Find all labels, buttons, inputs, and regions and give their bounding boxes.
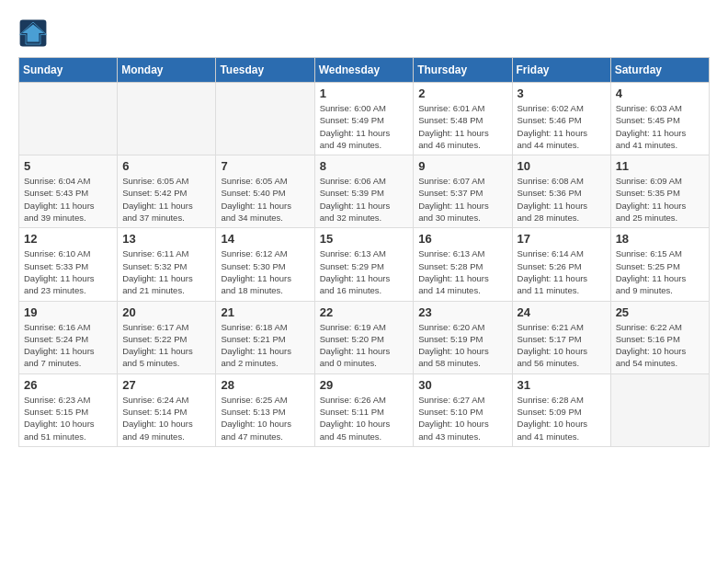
calendar-cell: 19Sunrise: 6:16 AM Sunset: 5:24 PM Dayli… bbox=[19, 301, 118, 373]
calendar-cell: 21Sunrise: 6:18 AM Sunset: 5:21 PM Dayli… bbox=[216, 301, 314, 373]
day-info: Sunrise: 6:05 AM Sunset: 5:40 PM Dayligh… bbox=[221, 175, 309, 224]
day-number: 14 bbox=[221, 232, 309, 246]
day-info: Sunrise: 6:20 AM Sunset: 5:19 PM Dayligh… bbox=[418, 321, 506, 370]
calendar-cell: 12Sunrise: 6:10 AM Sunset: 5:33 PM Dayli… bbox=[19, 228, 118, 301]
day-number: 18 bbox=[616, 232, 704, 246]
calendar-week-row: 26Sunrise: 6:23 AM Sunset: 5:15 PM Dayli… bbox=[19, 373, 710, 446]
day-number: 22 bbox=[320, 305, 409, 319]
day-number: 9 bbox=[418, 159, 506, 173]
day-info: Sunrise: 6:25 AM Sunset: 5:13 PM Dayligh… bbox=[221, 394, 309, 442]
calendar-week-row: 12Sunrise: 6:10 AM Sunset: 5:33 PM Dayli… bbox=[19, 228, 710, 301]
calendar-cell: 11Sunrise: 6:09 AM Sunset: 5:35 PM Dayli… bbox=[610, 155, 709, 228]
day-info: Sunrise: 6:08 AM Sunset: 5:36 PM Dayligh… bbox=[518, 175, 606, 224]
day-number: 1 bbox=[320, 86, 409, 100]
calendar-cell: 27Sunrise: 6:24 AM Sunset: 5:14 PM Dayli… bbox=[118, 373, 216, 446]
day-info: Sunrise: 6:23 AM Sunset: 5:15 PM Dayligh… bbox=[24, 394, 112, 442]
calendar-cell bbox=[118, 83, 216, 155]
day-info: Sunrise: 6:21 AM Sunset: 5:17 PM Dayligh… bbox=[518, 321, 606, 370]
day-info: Sunrise: 6:10 AM Sunset: 5:33 PM Dayligh… bbox=[24, 247, 112, 296]
day-number: 4 bbox=[616, 86, 704, 100]
calendar-cell: 10Sunrise: 6:08 AM Sunset: 5:36 PM Dayli… bbox=[512, 155, 610, 228]
day-number: 23 bbox=[418, 305, 506, 319]
calendar-cell: 2Sunrise: 6:01 AM Sunset: 5:48 PM Daylig… bbox=[414, 83, 512, 155]
calendar-cell: 1Sunrise: 6:00 AM Sunset: 5:49 PM Daylig… bbox=[314, 83, 414, 155]
day-number: 11 bbox=[616, 159, 704, 173]
day-number: 25 bbox=[616, 305, 704, 319]
day-info: Sunrise: 6:16 AM Sunset: 5:24 PM Dayligh… bbox=[24, 321, 112, 370]
day-info: Sunrise: 6:17 AM Sunset: 5:22 PM Dayligh… bbox=[122, 321, 210, 370]
calendar-cell: 24Sunrise: 6:21 AM Sunset: 5:17 PM Dayli… bbox=[512, 301, 610, 373]
calendar-cell: 23Sunrise: 6:20 AM Sunset: 5:19 PM Dayli… bbox=[414, 301, 512, 373]
calendar-cell: 26Sunrise: 6:23 AM Sunset: 5:15 PM Dayli… bbox=[19, 373, 118, 446]
day-info: Sunrise: 6:05 AM Sunset: 5:42 PM Dayligh… bbox=[122, 175, 210, 224]
day-info: Sunrise: 6:09 AM Sunset: 5:35 PM Dayligh… bbox=[616, 175, 704, 224]
day-number: 29 bbox=[320, 378, 409, 392]
day-info: Sunrise: 6:03 AM Sunset: 5:45 PM Dayligh… bbox=[616, 102, 704, 151]
day-number: 21 bbox=[221, 305, 309, 319]
calendar-cell: 13Sunrise: 6:11 AM Sunset: 5:32 PM Dayli… bbox=[118, 228, 216, 301]
day-number: 7 bbox=[221, 159, 309, 173]
day-info: Sunrise: 6:26 AM Sunset: 5:11 PM Dayligh… bbox=[320, 394, 409, 442]
day-number: 30 bbox=[418, 378, 506, 392]
weekday-header-thursday: Thursday bbox=[414, 58, 512, 83]
day-number: 10 bbox=[518, 159, 606, 173]
calendar-cell bbox=[216, 83, 314, 155]
calendar-cell: 17Sunrise: 6:14 AM Sunset: 5:26 PM Dayli… bbox=[512, 228, 610, 301]
calendar-cell: 16Sunrise: 6:13 AM Sunset: 5:28 PM Dayli… bbox=[414, 228, 512, 301]
weekday-header-sunday: Sunday bbox=[19, 58, 118, 83]
weekday-header-friday: Friday bbox=[512, 58, 610, 83]
day-info: Sunrise: 6:00 AM Sunset: 5:49 PM Dayligh… bbox=[320, 102, 409, 151]
day-number: 8 bbox=[320, 159, 409, 173]
logo bbox=[18, 18, 51, 48]
calendar-cell: 8Sunrise: 6:06 AM Sunset: 5:39 PM Daylig… bbox=[314, 155, 414, 228]
weekday-header-monday: Monday bbox=[118, 58, 216, 83]
day-number: 13 bbox=[122, 232, 210, 246]
day-info: Sunrise: 6:18 AM Sunset: 5:21 PM Dayligh… bbox=[221, 321, 309, 370]
day-info: Sunrise: 6:01 AM Sunset: 5:48 PM Dayligh… bbox=[418, 102, 506, 151]
day-info: Sunrise: 6:11 AM Sunset: 5:32 PM Dayligh… bbox=[122, 247, 210, 296]
day-info: Sunrise: 6:15 AM Sunset: 5:25 PM Dayligh… bbox=[616, 247, 704, 296]
calendar-cell: 25Sunrise: 6:22 AM Sunset: 5:16 PM Dayli… bbox=[610, 301, 709, 373]
calendar-cell: 7Sunrise: 6:05 AM Sunset: 5:40 PM Daylig… bbox=[216, 155, 314, 228]
calendar-cell: 9Sunrise: 6:07 AM Sunset: 5:37 PM Daylig… bbox=[414, 155, 512, 228]
calendar-cell: 28Sunrise: 6:25 AM Sunset: 5:13 PM Dayli… bbox=[216, 373, 314, 446]
calendar-cell: 30Sunrise: 6:27 AM Sunset: 5:10 PM Dayli… bbox=[414, 373, 512, 446]
day-info: Sunrise: 6:13 AM Sunset: 5:28 PM Dayligh… bbox=[418, 247, 506, 296]
calendar-week-row: 19Sunrise: 6:16 AM Sunset: 5:24 PM Dayli… bbox=[19, 301, 710, 373]
calendar-week-row: 5Sunrise: 6:04 AM Sunset: 5:43 PM Daylig… bbox=[19, 155, 710, 228]
day-info: Sunrise: 6:06 AM Sunset: 5:39 PM Dayligh… bbox=[320, 175, 409, 224]
day-info: Sunrise: 6:27 AM Sunset: 5:10 PM Dayligh… bbox=[418, 394, 506, 442]
calendar-table: SundayMondayTuesdayWednesdayThursdayFrid… bbox=[18, 57, 710, 447]
day-number: 3 bbox=[518, 86, 606, 100]
logo-icon bbox=[18, 18, 48, 48]
day-number: 20 bbox=[122, 305, 210, 319]
calendar-cell: 18Sunrise: 6:15 AM Sunset: 5:25 PM Dayli… bbox=[610, 228, 709, 301]
day-number: 24 bbox=[518, 305, 606, 319]
calendar-cell: 14Sunrise: 6:12 AM Sunset: 5:30 PM Dayli… bbox=[216, 228, 314, 301]
day-number: 28 bbox=[221, 378, 309, 392]
day-number: 2 bbox=[418, 86, 506, 100]
day-info: Sunrise: 6:19 AM Sunset: 5:20 PM Dayligh… bbox=[320, 321, 409, 370]
calendar-cell: 22Sunrise: 6:19 AM Sunset: 5:20 PM Dayli… bbox=[314, 301, 414, 373]
page-header bbox=[18, 18, 710, 48]
calendar-cell: 31Sunrise: 6:28 AM Sunset: 5:09 PM Dayli… bbox=[512, 373, 610, 446]
calendar-cell: 4Sunrise: 6:03 AM Sunset: 5:45 PM Daylig… bbox=[610, 83, 709, 155]
day-info: Sunrise: 6:13 AM Sunset: 5:29 PM Dayligh… bbox=[320, 247, 409, 296]
calendar-cell: 3Sunrise: 6:02 AM Sunset: 5:46 PM Daylig… bbox=[512, 83, 610, 155]
calendar-cell bbox=[610, 373, 709, 446]
day-info: Sunrise: 6:07 AM Sunset: 5:37 PM Dayligh… bbox=[418, 175, 506, 224]
day-number: 16 bbox=[418, 232, 506, 246]
weekday-header-tuesday: Tuesday bbox=[216, 58, 314, 83]
day-number: 5 bbox=[24, 159, 112, 173]
calendar-cell: 6Sunrise: 6:05 AM Sunset: 5:42 PM Daylig… bbox=[118, 155, 216, 228]
day-number: 6 bbox=[122, 159, 210, 173]
calendar-header-row: SundayMondayTuesdayWednesdayThursdayFrid… bbox=[19, 58, 710, 83]
calendar-cell: 20Sunrise: 6:17 AM Sunset: 5:22 PM Dayli… bbox=[118, 301, 216, 373]
day-number: 12 bbox=[24, 232, 112, 246]
calendar-cell: 5Sunrise: 6:04 AM Sunset: 5:43 PM Daylig… bbox=[19, 155, 118, 228]
day-info: Sunrise: 6:04 AM Sunset: 5:43 PM Dayligh… bbox=[24, 175, 112, 224]
calendar-cell bbox=[19, 83, 118, 155]
day-number: 15 bbox=[320, 232, 409, 246]
day-number: 27 bbox=[122, 378, 210, 392]
day-info: Sunrise: 6:22 AM Sunset: 5:16 PM Dayligh… bbox=[616, 321, 704, 370]
